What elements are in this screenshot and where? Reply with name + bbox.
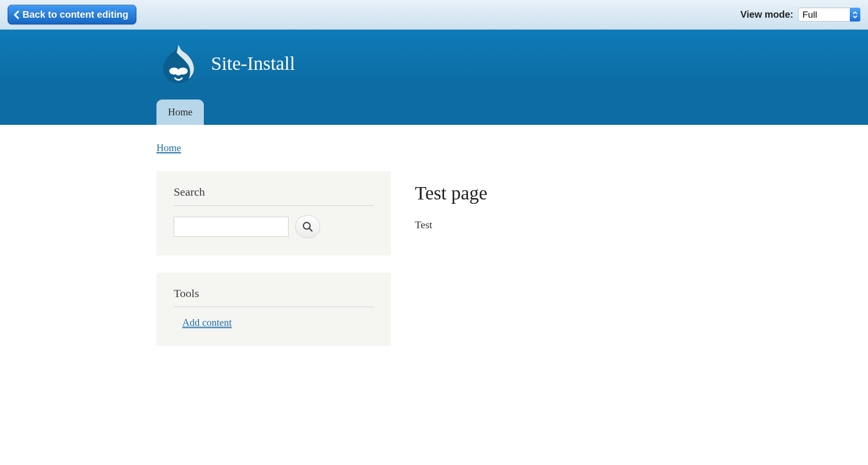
search-block: Search: [156, 171, 391, 255]
main-navigation: Home: [156, 100, 712, 125]
search-submit-button[interactable]: [295, 215, 320, 238]
page-body: Home Search Tools Add content: [147, 125, 721, 380]
breadcrumb: Home: [156, 142, 712, 154]
back-to-editing-button[interactable]: Back to content editing: [8, 5, 136, 24]
tools-block-title: Tools: [174, 287, 374, 307]
page-body-text: Test: [415, 219, 712, 231]
main-content: Test page Test: [415, 171, 712, 231]
page-title: Test page: [415, 182, 712, 204]
svg-point-2: [176, 70, 182, 76]
nav-tab-label: Home: [168, 106, 192, 118]
add-content-link[interactable]: Add content: [182, 317, 232, 329]
drupal-logo-icon: [156, 41, 200, 85]
preview-toolbar: Back to content editing View mode: Full: [0, 0, 868, 30]
search-block-title: Search: [174, 186, 374, 206]
sidebar: Search Tools Add content: [156, 171, 391, 363]
branding: Site-Install: [156, 37, 712, 100]
site-header: Site-Install Home: [0, 30, 868, 125]
search-icon: [301, 221, 314, 233]
breadcrumb-home[interactable]: Home: [156, 142, 181, 154]
tools-block: Tools Add content: [156, 273, 391, 346]
view-mode-group: View mode: Full: [740, 8, 860, 22]
back-button-label: Back to content editing: [22, 9, 128, 20]
site-name[interactable]: Site-Install: [211, 52, 295, 75]
view-mode-label: View mode:: [740, 9, 793, 20]
view-mode-select[interactable]: Full: [798, 8, 860, 22]
search-input[interactable]: [174, 217, 289, 237]
svg-line-4: [310, 229, 312, 232]
nav-tab-home[interactable]: Home: [156, 100, 204, 125]
chevron-left-icon: [13, 11, 20, 19]
